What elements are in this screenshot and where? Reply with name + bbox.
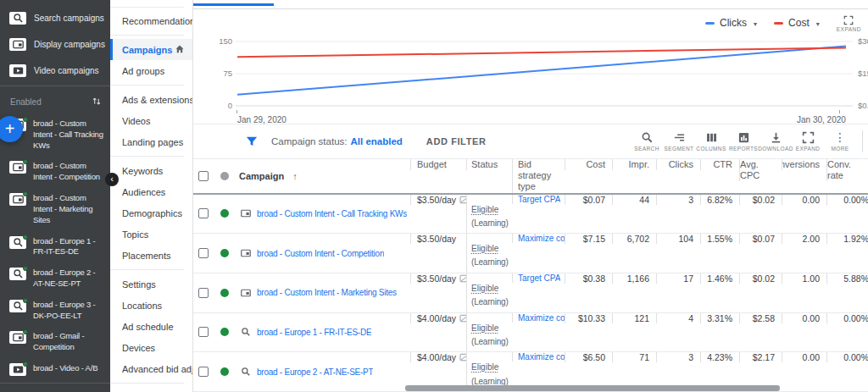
campaign-link[interactable]: broad - Custom Intent - Competition [257, 249, 384, 258]
nav-item-demographics[interactable]: Demographics [110, 202, 192, 224]
row-checkbox[interactable] [198, 367, 209, 377]
campaign-type-icon [9, 12, 26, 25]
metric-selector-cost[interactable]: Cost [774, 15, 820, 29]
campaign-status-filter[interactable]: Campaign status:All enabled [271, 136, 403, 146]
column-header-campaign[interactable]: Campaign [236, 171, 410, 181]
nav-item-settings[interactable]: Settings [110, 273, 192, 295]
status-text[interactable]: Eligible [471, 205, 498, 214]
sidebar-campaign-item[interactable]: broad - Video - A/B [0, 358, 110, 381]
nav-item-landing-pages[interactable]: Landing pages [110, 131, 192, 152]
bid-strategy-value[interactable]: Target CPA [518, 195, 560, 204]
more-button[interactable]: ⋮ MORE [825, 131, 855, 152]
sidebar-campaign-type-item[interactable]: Display campaigns [0, 31, 110, 58]
columns-button[interactable]: COLUMNS [696, 131, 726, 152]
column-header-conv-rate[interactable]: Conv. rate [826, 159, 868, 181]
chevron-down-icon [815, 17, 820, 29]
budget-chart-icon [459, 196, 466, 204]
sidebar-campaign-item[interactable]: broad - Custom Intent - Marketing Sites [0, 188, 110, 230]
nav-item-ad-groups[interactable]: Ad groups [110, 60, 192, 81]
nav-divider [110, 85, 184, 86]
x-axis-label-end: Jan 30, 2020 [797, 115, 846, 124]
campaign-enabled-dot[interactable] [220, 289, 229, 297]
x-axis-tick-mark [236, 110, 237, 113]
budget-value[interactable]: $3.50/day [417, 234, 456, 244]
column-header-ctr[interactable]: CTR [700, 159, 739, 170]
nav-item-change-history[interactable]: Change history [110, 387, 192, 392]
cost-value: $7.15 [565, 234, 612, 244]
column-header-clicks[interactable]: Clicks [656, 159, 700, 170]
sidebar-campaign-type-item[interactable]: Search campaigns [0, 5, 110, 31]
bid-strategy-value[interactable]: Maximize co... [518, 313, 565, 323]
clicks-value: 3 [656, 195, 700, 205]
metric-selector-clicks[interactable]: Clicks [705, 15, 757, 29]
segment-button[interactable]: SEGMENT [664, 131, 694, 152]
budget-value[interactable]: $4.00/day [417, 313, 456, 323]
column-header-impr[interactable]: Impr. [612, 159, 656, 170]
campaign-link[interactable]: broad - Europe 1 - FR-IT-ES-DE [257, 328, 371, 337]
horizontal-scrollbar[interactable] [405, 385, 780, 391]
nav-item-label: Keywords [122, 166, 163, 176]
x-axis-tick-mark [839, 110, 840, 113]
bid-strategy-value[interactable]: Target CPA [518, 273, 560, 283]
nav-item-videos[interactable]: Videos [110, 110, 192, 131]
page-navigation: Recommendations Campaigns Ad groups Ads … [110, 0, 193, 392]
column-header-conversions[interactable]: Conversions [782, 159, 826, 170]
budget-value[interactable]: $4.00/day [417, 352, 456, 362]
campaign-enabled-dot[interactable] [220, 249, 229, 257]
nav-item-campaigns[interactable]: Campaigns [110, 39, 192, 60]
search-button[interactable]: SEARCH [632, 131, 662, 152]
row-checkbox[interactable] [198, 288, 209, 298]
budget-value[interactable]: $3.50/day [417, 195, 456, 205]
sidebar-campaign-item[interactable]: broad - Europe 3 - DK-PO-EE-LT [0, 295, 110, 327]
status-text[interactable]: Eligible [471, 284, 498, 293]
expand-button[interactable]: EXPAND [793, 131, 823, 152]
add-filter-button[interactable]: ADD FILTER [426, 136, 487, 146]
campaign-type-icon [9, 331, 26, 344]
download-button[interactable]: DOWNLOAD [760, 131, 791, 152]
sidebar-campaign-type-item[interactable]: Video campaigns [0, 58, 110, 84]
sort-campaigns-icon[interactable] [92, 94, 102, 109]
sidebar-campaign-item[interactable]: broad - Europe 1 - FR-IT-ES-DE [0, 231, 110, 263]
campaign-enabled-dot[interactable] [220, 367, 229, 376]
chart-expand-button[interactable]: EXPAND [837, 15, 861, 32]
bid-strategy-value[interactable]: Maximize co... [518, 352, 565, 362]
nav-item-locations[interactable]: Locations [110, 295, 192, 316]
budget-value[interactable]: $3.50/day [417, 273, 456, 284]
nav-item-ads-extensions[interactable]: Ads & extensions [110, 89, 192, 110]
select-all-checkbox[interactable] [198, 171, 209, 181]
status-text[interactable]: Eligible [471, 244, 498, 253]
status-text[interactable]: Eligible [471, 323, 498, 333]
campaign-enabled-dot[interactable] [220, 209, 229, 218]
nav-item-audiences[interactable]: Audiences [110, 181, 192, 202]
row-checkbox[interactable] [198, 248, 209, 258]
status-dot-header[interactable] [220, 172, 229, 180]
campaign-link[interactable]: broad - Custom Intent - Marketing Sites [257, 288, 397, 297]
column-header-cost[interactable]: Cost [565, 159, 612, 170]
row-checkbox[interactable] [198, 208, 209, 218]
campaign-link[interactable]: broad - Custom Intent - Call Tracking KW… [257, 209, 407, 218]
nav-item-topics[interactable]: Topics [110, 224, 192, 245]
column-header-status[interactable]: Status [466, 159, 512, 170]
nav-item-ad-schedule[interactable]: Ad schedule [110, 316, 192, 337]
performance-chart: Clicks Cost EXPAND 150 75 0 $30.00 $15.0… [193, 8, 868, 124]
row-checkbox[interactable] [198, 327, 209, 337]
campaign-link[interactable]: broad - Europe 2 - AT-NE-SE-PT [257, 367, 373, 377]
nav-item-placements[interactable]: Placements [110, 245, 192, 266]
nav-item-label: Demographics [122, 208, 182, 218]
nav-item-advanced-bid-adj-[interactable]: Advanced bid adj. [110, 358, 192, 379]
status-text[interactable]: Eligible [471, 362, 498, 372]
nav-item-keywords[interactable]: Keywords [110, 160, 192, 181]
sidebar-collapse-button[interactable] [105, 173, 119, 186]
nav-item-recommendations[interactable]: Recommendations [110, 10, 192, 31]
bid-strategy-value[interactable]: Maximize co... [518, 234, 565, 243]
home-icon [175, 44, 185, 56]
nav-item-devices[interactable]: Devices [110, 337, 192, 358]
column-header-bid-strategy-type[interactable]: Bid strategy type [512, 159, 565, 193]
reports-button[interactable]: REPORTS [728, 131, 759, 152]
campaign-enabled-dot[interactable] [220, 328, 229, 336]
column-header-avg-cpc[interactable]: Avg. CPC [739, 159, 782, 181]
sidebar-campaign-item[interactable]: broad - Custom Intent - Competition [0, 156, 110, 188]
sidebar-campaign-item[interactable]: broad - Europe 2 - AT-NE-SE-PT [0, 262, 110, 295]
column-header-budget[interactable]: Budget [410, 159, 466, 170]
sidebar-campaign-item[interactable]: broad - Gmail - Competition [0, 326, 110, 358]
